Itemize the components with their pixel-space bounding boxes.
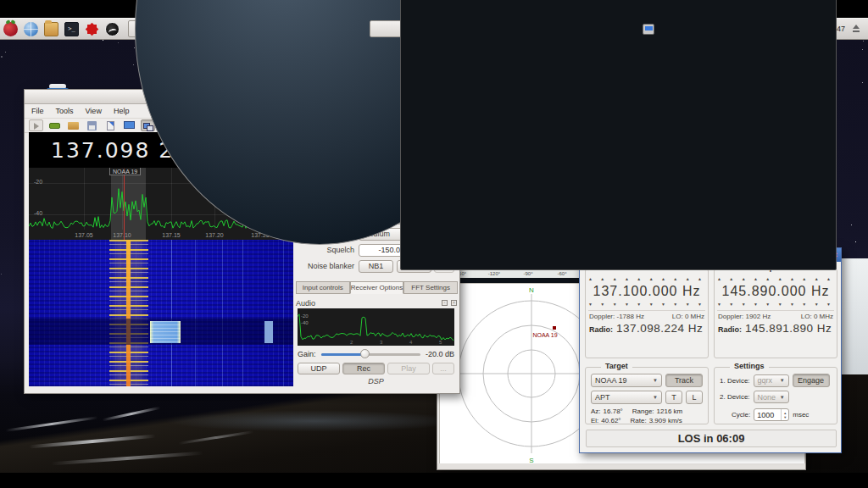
start-dsp-button[interactable] <box>29 119 43 131</box>
menu-help[interactable]: Help <box>114 107 130 115</box>
uplink-down-arrows[interactable]: ▼ ▼ ▼ ▼ ▼ ▼ ▼ ▼ ▼ ▼ <box>715 302 837 307</box>
display-icon[interactable] <box>122 119 136 131</box>
x-tick: 137.10 <box>113 232 131 238</box>
el-label: El: <box>591 417 598 424</box>
dock-tabs: Input controls Receiver Options FFT Sett… <box>296 281 458 294</box>
rate-value: 3.909 km/s <box>649 417 682 424</box>
target-satellite-combo[interactable]: NOAA 19▼ <box>591 374 662 387</box>
y-tick: -40 <box>34 210 42 216</box>
uplink-lo: LO: 0 MHz <box>801 313 833 320</box>
tab-fft-settings[interactable]: FFT Settings <box>403 281 458 294</box>
rec-button[interactable]: Rec <box>342 363 385 374</box>
radio-control-app-icon <box>643 24 654 35</box>
device2-label: 2. Device: <box>720 393 750 401</box>
x-tick: 5 <box>439 340 442 345</box>
x-tick: 137.20 <box>205 232 223 238</box>
browser-icon[interactable] <box>24 22 38 36</box>
waterfall-interference-block2 <box>264 321 273 343</box>
nb1-button[interactable]: NB1 <box>359 260 393 273</box>
tune-button[interactable]: T <box>665 391 682 404</box>
bookmark-tag[interactable]: NOAA 19 <box>109 168 141 175</box>
lon-label: -60° <box>557 271 567 276</box>
device2-combo[interactable]: None▼ <box>754 391 789 403</box>
uplink-frequency[interactable]: 145.890.000 Hz <box>715 284 837 299</box>
float-panel-icon[interactable]: ▫ <box>442 300 448 306</box>
downlink-group: Downlink ▲ ▲ ▲ ▲ ▲ ▲ ▲ ▲ ▲ ▲ 137.100.000… <box>585 269 709 358</box>
app-red-star-icon[interactable] <box>85 22 99 36</box>
x-tick: 137.05 <box>75 232 92 238</box>
downlink-up-arrows[interactable]: ▲ ▲ ▲ ▲ ▲ ▲ ▲ ▲ ▲ ▲ <box>586 276 708 281</box>
settings-title: Settings <box>730 362 769 370</box>
rate-label: Rate: <box>631 417 647 424</box>
audio-spectrum: -20 -40 2 3 4 5 <box>298 308 454 346</box>
menu-raspberry-icon[interactable] <box>3 22 18 36</box>
uplink-group: Uplink ▲ ▲ ▲ ▲ ▲ ▲ ▲ ▲ ▲ ▲ 145.890.000 H… <box>714 269 837 358</box>
audio-options-button[interactable]: ... <box>432 363 454 374</box>
dsp-status: DSP <box>296 377 456 385</box>
los-countdown: LOS in 06:09 <box>586 430 837 447</box>
range-value: 1216 km <box>657 408 683 415</box>
audio-title: Audio <box>296 299 315 308</box>
downlink-radio-label: Radio: <box>589 325 613 334</box>
lon-label: -120° <box>488 271 501 276</box>
track-button[interactable]: Track <box>665 374 703 387</box>
file-manager-icon[interactable] <box>44 22 58 36</box>
range-label: Range: <box>632 408 654 415</box>
close-panel-icon[interactable]: × <box>451 300 457 306</box>
udp-button[interactable]: UDP <box>298 363 340 374</box>
y-tick: -20 <box>34 179 42 185</box>
tab-receiver-options[interactable]: Receiver Options <box>350 281 404 294</box>
x-tick: 4 <box>409 340 412 345</box>
downlink-down-arrows[interactable]: ▼ ▼ ▼ ▼ ▼ ▼ ▼ ▼ ▼ ▼ <box>586 302 708 307</box>
engage-button[interactable]: Engage <box>793 374 830 387</box>
noise-blanker-label: Noise blanker <box>296 262 359 270</box>
terminal-icon[interactable]: >_ <box>64 22 79 36</box>
device-icon[interactable] <box>47 119 62 131</box>
uplink-up-arrows[interactable]: ▲ ▲ ▲ ▲ ▲ ▲ ▲ ▲ ▲ ▲ <box>715 276 837 281</box>
lock-button[interactable]: L <box>686 391 703 404</box>
y-tick: -40 <box>301 320 309 325</box>
az-label: Az: <box>591 408 601 415</box>
az-value: 16.78° <box>604 408 623 415</box>
audio-panel: Audio ▫ × -20 -40 2 3 4 5 Gain: <box>296 298 458 386</box>
menu-tools[interactable]: Tools <box>56 107 74 115</box>
taskbar-window-gqrx[interactable]: Gqrx 2.6 - rtl=0 <box>370 20 631 37</box>
menu-file[interactable]: File <box>31 107 44 115</box>
polar-north: N <box>529 286 534 294</box>
waterfall-display[interactable] <box>29 240 293 386</box>
gpredict-footer <box>437 463 805 469</box>
target-title: Target <box>601 362 632 370</box>
gain-slider[interactable] <box>321 349 420 359</box>
eject-icon[interactable] <box>851 24 861 34</box>
uplink-radio-label: Radio: <box>718 325 742 334</box>
bookmark-icon[interactable] <box>103 119 118 131</box>
device1-label: 1. Device: <box>720 377 750 385</box>
app-dark-circle-icon[interactable] <box>105 22 120 36</box>
y-tick: -20 <box>301 313 309 319</box>
play-button[interactable]: Play <box>387 363 430 374</box>
open-folder-icon[interactable] <box>66 119 81 131</box>
cycle-unit: msec <box>793 411 809 419</box>
taskbar: >_ GPREDICT: WXSAT Gqrx 2.6 - rtl=0 Gpre… <box>0 18 868 40</box>
gain-slider-knob[interactable] <box>360 349 370 358</box>
lon-label: -90° <box>523 271 533 276</box>
cycle-spinbox[interactable]: 1000 ▲▼ <box>754 408 789 421</box>
x-tick: 137.15 <box>162 232 180 238</box>
downlink-doppler: Doppler: -1788 Hz <box>589 313 644 320</box>
target-group: Target NOAA 19▼ Track APT▼ T L Az: 16.78… <box>585 367 709 424</box>
device1-combo[interactable]: gqrx▼ <box>754 374 789 387</box>
save-icon[interactable] <box>85 119 99 131</box>
taskbar-window-gpredict[interactable]: GPREDICT: WXSAT <box>128 20 364 37</box>
radio-control-window: Gpredict Radio Control: WXSAT – □ × Down… <box>579 247 842 453</box>
x-tick: 2 <box>350 340 353 345</box>
tab-input-controls[interactable]: Input controls <box>296 281 350 294</box>
screen: Wastebasket GPREDICT: WXSAT – □ × File E… <box>0 0 868 488</box>
downlink-radio-freq: 137.098.224 Hz <box>616 322 703 335</box>
tuning-line <box>124 168 125 240</box>
launcher-area: >_ <box>3 22 120 36</box>
el-value: 40.62° <box>601 417 620 424</box>
downlink-frequency[interactable]: 137.100.000 Hz <box>586 284 708 299</box>
transponder-combo[interactable]: APT▼ <box>591 391 662 404</box>
menu-view[interactable]: View <box>86 107 102 115</box>
gqrx-app-icon <box>400 0 837 270</box>
